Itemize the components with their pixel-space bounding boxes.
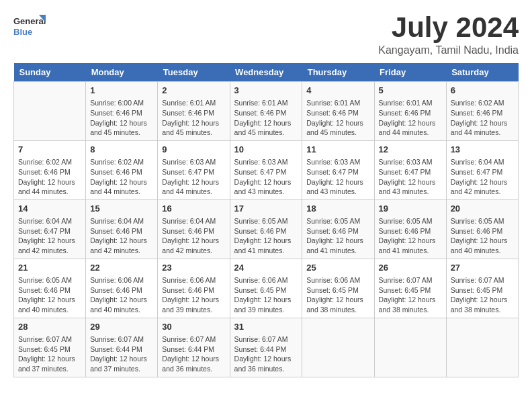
cell-info: Sunrise: 6:02 AM Sunset: 6:46 PM Dayligh… (451, 98, 514, 138)
cell-info: Sunrise: 6:02 AM Sunset: 6:46 PM Dayligh… (18, 157, 81, 197)
day-number: 31 (234, 321, 298, 333)
cell-info: Sunrise: 6:06 AM Sunset: 6:45 PM Dayligh… (234, 275, 298, 315)
column-header-sunday: Sunday (14, 63, 86, 82)
day-number: 29 (90, 321, 153, 333)
calendar-cell (14, 82, 86, 141)
calendar-cell: 31Sunrise: 6:07 AM Sunset: 6:44 PM Dayli… (230, 318, 302, 377)
week-row-5: 28Sunrise: 6:07 AM Sunset: 6:45 PM Dayli… (14, 318, 519, 377)
cell-info: Sunrise: 6:03 AM Sunset: 6:47 PM Dayligh… (306, 157, 369, 197)
day-number: 1 (90, 85, 153, 97)
cell-info: Sunrise: 6:01 AM Sunset: 6:46 PM Dayligh… (379, 98, 442, 138)
calendar-cell: 5Sunrise: 6:01 AM Sunset: 6:46 PM Daylig… (374, 82, 446, 141)
calendar-cell: 29Sunrise: 6:07 AM Sunset: 6:44 PM Dayli… (86, 318, 158, 377)
calendar-cell: 19Sunrise: 6:05 AM Sunset: 6:46 PM Dayli… (374, 199, 446, 259)
day-number: 16 (162, 203, 225, 215)
column-header-wednesday: Wednesday (230, 63, 302, 82)
day-number: 13 (451, 144, 514, 156)
calendar-cell: 23Sunrise: 6:06 AM Sunset: 6:46 PM Dayli… (158, 259, 230, 318)
day-number: 2 (162, 85, 225, 97)
cell-info: Sunrise: 6:06 AM Sunset: 6:46 PM Dayligh… (162, 275, 225, 315)
calendar-cell: 25Sunrise: 6:06 AM Sunset: 6:45 PM Dayli… (302, 259, 374, 318)
column-header-friday: Friday (374, 63, 446, 82)
day-number: 18 (306, 203, 369, 215)
day-number: 11 (306, 144, 369, 156)
calendar-cell: 28Sunrise: 6:07 AM Sunset: 6:45 PM Dayli… (14, 318, 86, 377)
day-number: 30 (162, 321, 225, 333)
calendar-cell: 9Sunrise: 6:03 AM Sunset: 6:47 PM Daylig… (158, 140, 230, 199)
cell-info: Sunrise: 6:06 AM Sunset: 6:45 PM Dayligh… (306, 275, 369, 315)
calendar-cell: 18Sunrise: 6:05 AM Sunset: 6:46 PM Dayli… (302, 199, 374, 259)
week-row-3: 14Sunrise: 6:04 AM Sunset: 6:47 PM Dayli… (14, 199, 519, 259)
cell-info: Sunrise: 6:04 AM Sunset: 6:46 PM Dayligh… (162, 216, 225, 256)
day-number: 20 (451, 203, 514, 215)
cell-info: Sunrise: 6:07 AM Sunset: 6:44 PM Dayligh… (90, 334, 153, 374)
calendar-cell: 7Sunrise: 6:02 AM Sunset: 6:46 PM Daylig… (14, 140, 86, 199)
cell-info: Sunrise: 6:07 AM Sunset: 6:45 PM Dayligh… (451, 275, 514, 315)
calendar-cell: 2Sunrise: 6:01 AM Sunset: 6:46 PM Daylig… (158, 82, 230, 141)
day-number: 24 (234, 262, 298, 274)
cell-info: Sunrise: 6:03 AM Sunset: 6:47 PM Dayligh… (234, 157, 298, 197)
day-number: 5 (379, 85, 442, 97)
calendar-cell (446, 318, 518, 377)
calendar-cell: 21Sunrise: 6:05 AM Sunset: 6:46 PM Dayli… (14, 259, 86, 318)
cell-info: Sunrise: 6:07 AM Sunset: 6:45 PM Dayligh… (18, 334, 81, 374)
day-number: 8 (90, 144, 153, 156)
cell-info: Sunrise: 6:04 AM Sunset: 6:47 PM Dayligh… (451, 157, 514, 197)
day-number: 15 (90, 203, 153, 215)
cell-info: Sunrise: 6:05 AM Sunset: 6:46 PM Dayligh… (306, 216, 369, 256)
day-number: 10 (234, 144, 298, 156)
calendar-cell: 27Sunrise: 6:07 AM Sunset: 6:45 PM Dayli… (446, 259, 518, 318)
calendar-cell: 17Sunrise: 6:05 AM Sunset: 6:46 PM Dayli… (230, 199, 302, 259)
cell-info: Sunrise: 6:03 AM Sunset: 6:47 PM Dayligh… (162, 157, 225, 197)
calendar-cell: 24Sunrise: 6:06 AM Sunset: 6:45 PM Dayli… (230, 259, 302, 318)
day-number: 27 (451, 262, 514, 274)
cell-info: Sunrise: 6:01 AM Sunset: 6:46 PM Dayligh… (306, 98, 369, 138)
day-number: 21 (18, 262, 81, 274)
calendar-cell (302, 318, 374, 377)
day-number: 3 (234, 85, 298, 97)
column-header-monday: Monday (86, 63, 158, 82)
calendar-cell: 14Sunrise: 6:04 AM Sunset: 6:47 PM Dayli… (14, 199, 86, 259)
header: General Blue July 2024 Kangayam, Tamil N… (13, 13, 519, 56)
calendar-cell: 6Sunrise: 6:02 AM Sunset: 6:46 PM Daylig… (446, 82, 518, 141)
calendar-cell: 13Sunrise: 6:04 AM Sunset: 6:47 PM Dayli… (446, 140, 518, 199)
calendar-cell: 15Sunrise: 6:04 AM Sunset: 6:46 PM Dayli… (86, 199, 158, 259)
day-number: 22 (90, 262, 153, 274)
main-title: July 2024 (378, 13, 519, 42)
calendar-cell: 1Sunrise: 6:00 AM Sunset: 6:46 PM Daylig… (86, 82, 158, 141)
week-row-4: 21Sunrise: 6:05 AM Sunset: 6:46 PM Dayli… (14, 259, 519, 318)
column-header-thursday: Thursday (302, 63, 374, 82)
title-section: July 2024 Kangayam, Tamil Nadu, India (378, 13, 519, 56)
calendar-cell: 4Sunrise: 6:01 AM Sunset: 6:46 PM Daylig… (302, 82, 374, 141)
cell-info: Sunrise: 6:07 AM Sunset: 6:44 PM Dayligh… (234, 334, 298, 374)
cell-info: Sunrise: 6:05 AM Sunset: 6:46 PM Dayligh… (18, 275, 81, 315)
subtitle: Kangayam, Tamil Nadu, India (378, 44, 519, 56)
day-number: 4 (306, 85, 369, 97)
calendar-cell: 11Sunrise: 6:03 AM Sunset: 6:47 PM Dayli… (302, 140, 374, 199)
cell-info: Sunrise: 6:07 AM Sunset: 6:45 PM Dayligh… (379, 275, 442, 315)
cell-info: Sunrise: 6:07 AM Sunset: 6:44 PM Dayligh… (162, 334, 225, 374)
cell-info: Sunrise: 6:00 AM Sunset: 6:46 PM Dayligh… (90, 98, 153, 138)
logo-svg: General Blue (13, 13, 47, 44)
cell-info: Sunrise: 6:03 AM Sunset: 6:47 PM Dayligh… (379, 157, 442, 197)
day-number: 19 (379, 203, 442, 215)
header-row: SundayMondayTuesdayWednesdayThursdayFrid… (14, 63, 519, 82)
calendar-cell: 22Sunrise: 6:06 AM Sunset: 6:46 PM Dayli… (86, 259, 158, 318)
column-header-saturday: Saturday (446, 63, 518, 82)
calendar-cell: 16Sunrise: 6:04 AM Sunset: 6:46 PM Dayli… (158, 199, 230, 259)
calendar-cell: 26Sunrise: 6:07 AM Sunset: 6:45 PM Dayli… (374, 259, 446, 318)
day-number: 9 (162, 144, 225, 156)
day-number: 28 (18, 321, 81, 333)
day-number: 17 (234, 203, 298, 215)
week-row-2: 7Sunrise: 6:02 AM Sunset: 6:46 PM Daylig… (14, 140, 519, 199)
logo: General Blue (13, 13, 47, 44)
day-number: 25 (306, 262, 369, 274)
calendar-cell (374, 318, 446, 377)
cell-info: Sunrise: 6:05 AM Sunset: 6:46 PM Dayligh… (379, 216, 442, 256)
cell-info: Sunrise: 6:06 AM Sunset: 6:46 PM Dayligh… (90, 275, 153, 315)
calendar-cell: 8Sunrise: 6:02 AM Sunset: 6:46 PM Daylig… (86, 140, 158, 199)
day-number: 23 (162, 262, 225, 274)
cell-info: Sunrise: 6:05 AM Sunset: 6:46 PM Dayligh… (234, 216, 298, 256)
column-header-tuesday: Tuesday (158, 63, 230, 82)
day-number: 7 (18, 144, 81, 156)
